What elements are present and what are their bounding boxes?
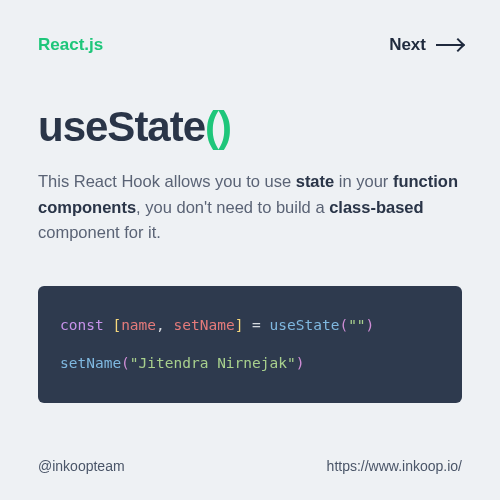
fn-setname: setName — [60, 355, 121, 371]
var-setname: setName — [174, 317, 235, 333]
footer: @inkoopteam https://www.inkoop.io/ — [38, 458, 462, 474]
desc-bold-state: state — [296, 172, 335, 190]
header: React.js Next — [38, 35, 462, 55]
desc-bold-class: class-based — [329, 198, 423, 216]
string-empty: "" — [348, 317, 365, 333]
code-block: const [name, setName] = useState("") set… — [38, 286, 462, 403]
paren-open-2: ( — [121, 355, 130, 371]
paren-close: ) — [366, 317, 375, 333]
next-label: Next — [389, 35, 426, 55]
string-arg: "Jitendra Nirnejak" — [130, 355, 296, 371]
var-name: name — [121, 317, 156, 333]
paren-close-2: ) — [296, 355, 305, 371]
next-link[interactable]: Next — [389, 35, 462, 55]
description-text: This React Hook allows you to use state … — [38, 169, 462, 246]
equals: = — [243, 317, 269, 333]
brand-label: React.js — [38, 35, 103, 55]
title-name: useState — [38, 103, 205, 150]
desc-post: component for it. — [38, 223, 161, 241]
title-parens: () — [205, 103, 231, 150]
footer-url: https://www.inkoop.io/ — [327, 458, 462, 474]
keyword-const: const — [60, 317, 104, 333]
footer-handle: @inkoopteam — [38, 458, 125, 474]
code-line-1: const [name, setName] = useState("") — [60, 310, 440, 340]
page-title: useState() — [38, 103, 462, 151]
bracket-open: [ — [104, 317, 121, 333]
fn-usestate: useState — [270, 317, 340, 333]
desc-mid2: , you don't need to build a — [136, 198, 329, 216]
desc-pre: This React Hook allows you to use — [38, 172, 296, 190]
code-line-2: setName("Jitendra Nirnejak") — [60, 348, 440, 378]
desc-mid1: in your — [334, 172, 393, 190]
paren-open: ( — [339, 317, 348, 333]
comma: , — [156, 317, 173, 333]
code-gap — [60, 340, 440, 348]
arrow-right-icon — [436, 44, 462, 46]
